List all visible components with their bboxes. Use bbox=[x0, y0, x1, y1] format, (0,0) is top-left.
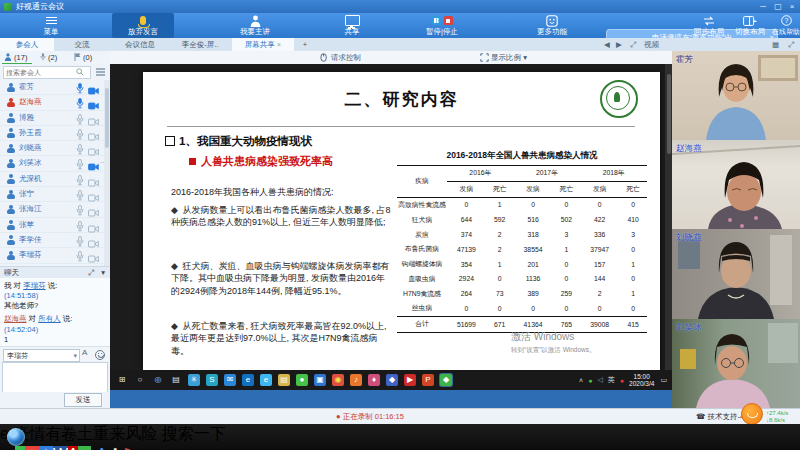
give-up-speaking-button[interactable]: 放弃发言 bbox=[112, 13, 174, 38]
tray-language-indicator[interactable]: 英 bbox=[608, 375, 615, 385]
chat-sender-link[interactable]: 赵海燕 bbox=[4, 314, 27, 323]
participant-row[interactable]: 赵海燕 bbox=[0, 95, 104, 110]
wechat-icon[interactable]: ● bbox=[15, 446, 25, 450]
recipient-select[interactable]: 李瑞芬▾ bbox=[3, 349, 80, 362]
participant-row[interactable]: 博雅 bbox=[0, 111, 104, 126]
search-icon[interactable]: ○ bbox=[134, 374, 146, 386]
tray-volume-icon[interactable]: ◁ bbox=[597, 376, 602, 384]
participant-row[interactable]: 刘晓燕 bbox=[0, 141, 104, 156]
online-help-button[interactable]: ? 在线帮助 bbox=[772, 13, 800, 38]
orange-app-icon[interactable]: ♪ bbox=[350, 374, 362, 386]
video-feed[interactable]: 刘晓燕 bbox=[672, 229, 800, 319]
video-feed[interactable]: 刘笑冰 bbox=[672, 319, 800, 408]
video-prev-icon[interactable]: ◀ bbox=[604, 38, 610, 51]
tab-presenter-share[interactable]: 李全俊-屏.. bbox=[170, 38, 230, 51]
filter-mic[interactable]: (2) bbox=[40, 51, 57, 64]
mic-icon[interactable] bbox=[76, 204, 84, 218]
pause-stop-button[interactable]: 暂停|停止 bbox=[410, 13, 474, 38]
video-feed[interactable]: 霍芳 bbox=[672, 51, 800, 140]
mic-icon[interactable] bbox=[76, 82, 84, 96]
more-functions-button[interactable]: 更多功能 bbox=[524, 13, 580, 38]
mic-icon[interactable] bbox=[76, 113, 84, 127]
search-go-button[interactable]: 搜索一下 bbox=[162, 425, 226, 442]
flag-tray-icon[interactable]: ⚑ bbox=[122, 446, 136, 450]
participant-row[interactable]: 霍芳 bbox=[0, 80, 104, 95]
task-view-icon[interactable]: ▤ bbox=[170, 374, 182, 386]
tab-add[interactable]: + bbox=[298, 38, 312, 51]
photos-icon[interactable]: ▣ bbox=[314, 374, 326, 386]
word-icon[interactable]: W bbox=[53, 446, 68, 450]
white-star-tray-icon[interactable]: ✱ bbox=[108, 446, 121, 450]
shared-taskbar-clock[interactable]: 15:00 2020/3/4 bbox=[629, 373, 654, 387]
sync-layout-button[interactable]: 同步布局 bbox=[690, 13, 728, 38]
monitor-tray-icon[interactable]: ▭ bbox=[136, 446, 151, 450]
participant-row[interactable]: 孙玉霞 bbox=[0, 126, 104, 141]
emoji-icon[interactable] bbox=[95, 350, 105, 360]
start-icon[interactable]: ⊞ bbox=[116, 374, 128, 386]
mic-icon[interactable] bbox=[76, 97, 84, 111]
share-view-scrollbar[interactable] bbox=[665, 64, 672, 370]
display-ratio-dropdown[interactable]: 显示比例 ▾ bbox=[480, 51, 527, 64]
chat-input[interactable] bbox=[2, 362, 108, 394]
powerpoint-icon[interactable]: P bbox=[422, 374, 434, 386]
chrome-icon[interactable]: ◉ bbox=[332, 374, 344, 386]
share-button[interactable]: 共享 bbox=[328, 13, 376, 38]
stop-icon[interactable] bbox=[444, 16, 453, 25]
tab-chat[interactable]: 交流 bbox=[55, 38, 109, 51]
participant-row[interactable]: 李瑞芬 bbox=[0, 248, 104, 263]
tab-meeting-info[interactable]: 会议信息 bbox=[112, 38, 168, 51]
search-icon[interactable] bbox=[76, 68, 84, 76]
mic-icon[interactable] bbox=[76, 220, 84, 234]
send-button[interactable]: 发送 bbox=[64, 393, 102, 407]
participant-row[interactable]: 李学佳 bbox=[0, 233, 104, 248]
ie-icon[interactable]: e bbox=[260, 374, 272, 386]
folder-icon[interactable]: ▤ bbox=[0, 446, 15, 450]
close-button[interactable]: × bbox=[785, 0, 799, 13]
video-popout-icon[interactable]: ⤢ bbox=[630, 38, 636, 51]
star-app-icon[interactable]: ★ bbox=[39, 446, 53, 450]
tab-screen-share[interactable]: 屏幕共享× bbox=[232, 38, 294, 51]
pinwheel-app-icon[interactable]: ✳ bbox=[188, 374, 200, 386]
participant-row[interactable]: 张宁 bbox=[0, 187, 104, 202]
tray-up-arrow-icon[interactable]: ˄ bbox=[579, 377, 583, 384]
tray-red-icon[interactable]: ● bbox=[620, 377, 624, 384]
store-icon[interactable]: S bbox=[206, 374, 218, 386]
start-button[interactable] bbox=[7, 428, 25, 446]
video-next-icon[interactable]: ▶ bbox=[616, 38, 622, 51]
speaker-tray-icon[interactable]: ◁ bbox=[151, 446, 163, 450]
video-expand-icon[interactable]: ⤢ bbox=[788, 38, 794, 51]
participant-row[interactable]: 尤深机 bbox=[0, 172, 104, 187]
taskbar-search-box[interactable]: e 疫情有卷土重来风险 搜索一下 bbox=[0, 424, 800, 445]
menu-button[interactable]: 菜单 bbox=[28, 13, 74, 38]
chrome-icon[interactable]: ◉ bbox=[25, 446, 39, 450]
blue-app-icon[interactable]: ◆ bbox=[386, 374, 398, 386]
tray-green-icon[interactable]: ● bbox=[588, 377, 592, 384]
become-presenter-button[interactable]: 我要主讲 bbox=[224, 13, 286, 38]
edge-icon[interactable]: e bbox=[242, 374, 254, 386]
participant-row[interactable]: 刘笑冰··· bbox=[0, 156, 104, 171]
maximize-button[interactable]: ▢ bbox=[771, 0, 785, 13]
mic-icon[interactable] bbox=[76, 235, 84, 249]
pink-app-icon[interactable]: ♦ bbox=[368, 374, 380, 386]
support-mascot-icon[interactable] bbox=[741, 403, 763, 425]
mic-icon[interactable] bbox=[76, 250, 84, 264]
mic-icon[interactable] bbox=[76, 143, 84, 157]
haoshitong-icon[interactable]: ◆ bbox=[440, 374, 452, 386]
red-app-icon[interactable]: ▶ bbox=[404, 374, 416, 386]
wechat-icon[interactable]: ● bbox=[296, 374, 308, 386]
video-feed[interactable]: 赵海燕 bbox=[672, 140, 800, 229]
chat-recipient-link[interactable]: 李瑞芬 bbox=[23, 281, 46, 290]
participant-row[interactable]: 张海江 bbox=[0, 202, 104, 217]
switch-layout-button[interactable]: 切换布局 bbox=[730, 13, 770, 38]
tab-close-icon[interactable]: × bbox=[277, 40, 281, 49]
blue-star-tray-icon[interactable]: ✱ bbox=[95, 446, 108, 450]
filter-flag[interactable]: (0) bbox=[74, 51, 92, 64]
participant-row[interactable]: 张苹 bbox=[0, 218, 104, 233]
hot-search-text[interactable]: 疫情有卷土重来风险 bbox=[13, 425, 157, 442]
pdf-icon[interactable]: A bbox=[68, 446, 79, 450]
mic-icon[interactable] bbox=[76, 189, 84, 203]
chat-recipient-link[interactable]: 所有人 bbox=[38, 314, 61, 323]
action-center-icon[interactable]: ▭ bbox=[660, 376, 667, 384]
minimize-button[interactable]: ─ bbox=[756, 0, 770, 13]
mic-icon[interactable] bbox=[76, 158, 84, 172]
